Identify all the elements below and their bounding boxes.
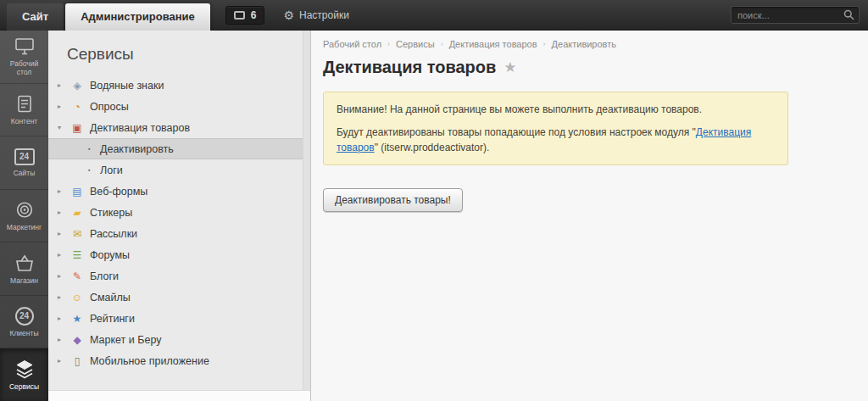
- rail-item-sites[interactable]: 24 Сайты: [0, 136, 48, 190]
- breadcrumb-separator-icon: ›: [543, 40, 546, 48]
- warning-line-1: Внимание! На данной странице вы можете в…: [337, 102, 775, 117]
- chevron-right-icon: ▸: [58, 81, 69, 89]
- sites-icon: 24: [14, 148, 35, 165]
- desktop-icon: [14, 36, 36, 56]
- rail-item-clients[interactable]: 24 Клиенты: [0, 296, 48, 349]
- notifications-button[interactable]: 6: [225, 6, 265, 25]
- settings-button[interactable]: ⚙ Настройки: [283, 9, 348, 21]
- menu-scrollbar[interactable]: [303, 31, 310, 390]
- chevron-right-icon: ▸: [58, 357, 69, 365]
- menu-item-blogs[interactable]: ▸ ✎ Блоги: [48, 265, 310, 287]
- menu-item-market[interactable]: ▸ ◆ Маркет и Беру: [48, 329, 310, 350]
- webforms-icon: ▤: [70, 187, 84, 197]
- menu-item-webforms[interactable]: ▸ ▤ Веб-формы: [48, 181, 310, 202]
- bullet-icon: ▪: [88, 167, 100, 173]
- breadcrumb-item-current: Деактивировть: [552, 39, 616, 49]
- menu-footer: [48, 390, 310, 401]
- chevron-right-icon: ▸: [58, 103, 69, 110]
- menu-item-product-deactivation[interactable]: ▾ ▣ Дективация товаров: [48, 117, 310, 138]
- services-menu: Сервисы ▸ ◈ Водяные знаки ▸ ◔ Опросы ▾ ▣…: [48, 31, 311, 401]
- stickers-icon: ▰: [70, 208, 84, 218]
- menu-item-ratings[interactable]: ▸ ★ Рейтинги: [48, 308, 310, 329]
- left-rail: Рабочий стол Контент 24 Сайты Ма: [0, 31, 48, 401]
- menu-item-deactivate[interactable]: ▪ Деактивировть: [48, 138, 310, 159]
- breadcrumb-item[interactable]: Рабочий стол: [323, 39, 381, 49]
- chevron-right-icon: ▸: [58, 336, 69, 343]
- chevron-right-icon: ▸: [58, 315, 69, 322]
- notifications-icon: [234, 11, 245, 19]
- breadcrumb-item[interactable]: Сервисы: [396, 39, 435, 49]
- forums-icon: ☰: [70, 250, 84, 260]
- newsletters-icon: ✉: [70, 229, 84, 239]
- chevron-right-icon: ▸: [58, 272, 69, 280]
- warning-note: Внимание! На данной странице вы можете в…: [323, 92, 788, 165]
- page-title: Дективация товаров: [323, 58, 496, 77]
- rail-item-desktop[interactable]: Рабочий стол: [0, 31, 48, 84]
- notifications-count: 6: [251, 9, 257, 21]
- marketing-icon: [14, 200, 35, 220]
- rail-item-marketing[interactable]: Маркетинг: [0, 190, 48, 243]
- settings-label: Настройки: [299, 9, 349, 21]
- shop-icon: [14, 253, 36, 273]
- admin-app: Сайт Администрирование 6 ⚙ Настройки: [0, 0, 868, 401]
- chevron-down-icon: ▾: [58, 124, 69, 131]
- breadcrumb-separator-icon: ›: [387, 40, 390, 48]
- market-icon: ◆: [70, 335, 84, 345]
- clients-icon: 24: [15, 307, 34, 326]
- chevron-right-icon: ▸: [58, 251, 69, 259]
- ratings-icon: ★: [70, 314, 84, 324]
- menu-item-smiles[interactable]: ▸ ☺ Смайлы: [48, 287, 310, 308]
- menu-item-watermarks[interactable]: ▸ ◈ Водяные знаки: [48, 75, 310, 96]
- menu-item-logs[interactable]: ▪ Логи: [48, 159, 310, 181]
- breadcrumb-separator-icon: ›: [441, 40, 443, 48]
- breadcrumb: Рабочий стол › Сервисы › Дективация това…: [323, 39, 868, 49]
- breadcrumb-item[interactable]: Дективация товаров: [449, 39, 537, 49]
- rail-item-content[interactable]: Контент: [0, 84, 48, 137]
- chevron-right-icon: ▸: [58, 230, 69, 237]
- gear-icon: ⚙: [283, 9, 294, 21]
- top-bar: Сайт Администрирование 6 ⚙ Настройки: [0, 0, 868, 31]
- chevron-right-icon: ▸: [58, 209, 69, 216]
- tab-administration[interactable]: Администрирование: [65, 3, 210, 31]
- deactivation-module-icon: ▣: [70, 123, 84, 133]
- services-icon: [14, 359, 36, 379]
- rail-item-services[interactable]: Сервисы: [0, 348, 48, 401]
- search-box: [731, 6, 860, 24]
- chevron-right-icon: ▸: [58, 187, 69, 195]
- search-icon: [843, 9, 854, 20]
- menu-item-newsletters[interactable]: ▸ ✉ Рассылки: [48, 223, 310, 244]
- menu-item-stickers[interactable]: ▸ ▰ Стикеры: [48, 202, 310, 223]
- bullet-icon: ▪: [88, 146, 100, 152]
- menu-item-mobile-app[interactable]: ▸ ▯ Мобильное приложение: [48, 350, 310, 371]
- tab-site[interactable]: Сайт: [7, 3, 64, 31]
- favorite-star-icon[interactable]: ★: [504, 60, 516, 75]
- watermarks-icon: ◈: [70, 81, 84, 91]
- mobile-app-icon: ▯: [70, 356, 84, 366]
- polls-icon: ◔: [70, 102, 84, 112]
- chevron-right-icon: ▸: [58, 293, 69, 301]
- blogs-icon: ✎: [70, 271, 84, 281]
- menu-item-polls[interactable]: ▸ ◔ Опросы: [48, 96, 310, 117]
- warning-line-2: Будут деактивированы товары попадающие п…: [337, 125, 775, 155]
- smiles-icon: ☺: [70, 292, 84, 303]
- menu-item-forums[interactable]: ▸ ☰ Форумы: [48, 244, 310, 265]
- content-icon: [14, 94, 35, 114]
- menu-title: Сервисы: [48, 31, 310, 75]
- main-content: Рабочий стол › Сервисы › Дективация това…: [311, 31, 868, 401]
- deactivate-products-button[interactable]: Деактивировать товары!: [323, 188, 463, 212]
- rail-item-shop[interactable]: Магазин: [0, 242, 48, 296]
